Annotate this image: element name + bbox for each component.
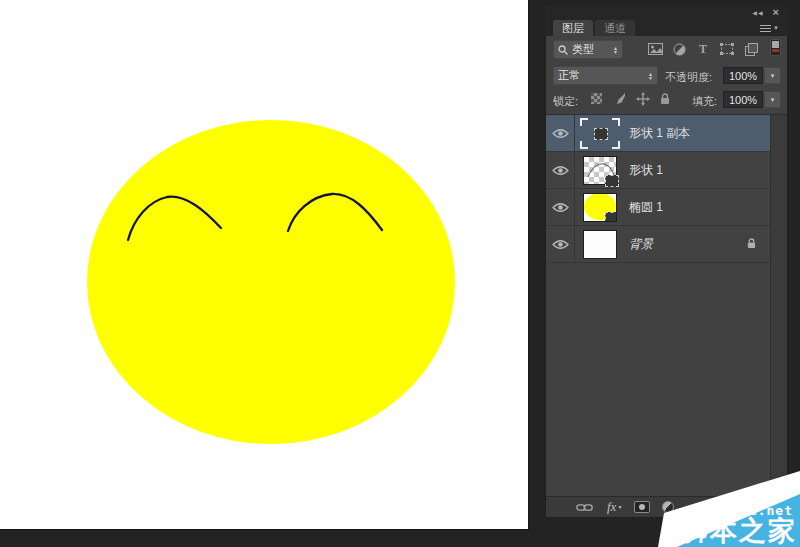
visibility-toggle[interactable] [546,226,575,262]
eye-icon [552,202,569,213]
filter-type-layers-button[interactable]: T [694,41,712,57]
document-canvas[interactable] [0,0,529,530]
layer-filter-toggle[interactable] [770,39,781,56]
shape-layer-badge-icon [605,212,617,222]
layer-thumbnail[interactable] [575,156,625,185]
background-thumbnail [583,230,617,259]
move-arrows-icon [636,92,650,106]
layers-scrollbar-gutter [770,115,787,496]
search-icon [558,45,568,55]
layer-row-shape1-copy[interactable]: 形状 1 副本 [546,115,770,152]
eye-icon [552,239,569,250]
opacity-label: 不透明度: [665,70,712,85]
dock-header: ◀◀ × [545,6,788,18]
close-panel-icon[interactable]: × [773,7,779,17]
selected-shape-thumbnail [580,118,620,149]
updown-arrows-icon: ▲▼ [648,72,653,80]
layer-name[interactable]: 椭圆 1 [625,199,663,216]
fx-caret-icon: ▼ [617,505,622,510]
blend-mode-dropdown[interactable]: 正常 ▲▼ [553,66,658,85]
visibility-toggle[interactable] [546,189,575,225]
updown-arrows-icon: ▲▼ [613,46,618,54]
background-lock-icon [747,235,756,253]
shape-layer-badge-icon [594,128,608,140]
menu-lines-icon [760,25,771,32]
layer-thumbnail[interactable] [575,118,625,149]
panel-tab-bar: 图层 通道 ▼ [545,18,788,36]
layer-row-shape1[interactable]: 形状 1 [546,152,770,189]
fill-label: 填充: [692,94,717,109]
adjustment-layer-icon [673,43,686,56]
lock-transparency-icon [591,93,602,104]
layer-thumbnail[interactable] [575,230,625,259]
menu-caret-icon: ▼ [773,25,779,31]
lock-pixels-button[interactable] [611,91,628,106]
lock-transparency-button[interactable] [588,91,605,106]
layer-name[interactable]: 形状 1 副本 [625,125,690,142]
layer-style-button[interactable]: fx▼ [607,499,622,515]
visibility-toggle[interactable] [546,115,575,151]
link-icon [576,503,593,512]
photoshop-window: ◀◀ × 图层 通道 ▼ 类型 ▲▼ [0,0,800,547]
blend-mode-value: 正常 [558,68,642,83]
pixel-layer-icon [648,43,663,55]
filter-type-label: 类型 [572,42,607,57]
layer-row-background[interactable]: 背景 [546,226,770,263]
layer-thumbnail[interactable] [575,193,625,222]
filter-adjustment-layers-button[interactable] [670,41,688,57]
layer-name[interactable]: 形状 1 [625,162,663,179]
filter-shape-layers-button[interactable] [718,41,736,57]
panel-menu-icon[interactable]: ▼ [760,22,782,34]
layers-panel-dock: ◀◀ × 图层 通道 ▼ 类型 ▲▼ [545,6,788,518]
eye-icon [552,128,569,139]
lock-all-button[interactable] [656,91,673,106]
tab-layers[interactable]: 图层 [553,20,593,36]
brush-icon [613,92,626,105]
eye-icon [552,165,569,176]
ellipse-thumbnail [583,193,617,222]
opacity-value-field[interactable]: 100% [723,67,763,84]
layers-list: 形状 1 副本 [546,115,770,263]
filter-smart-objects-button[interactable] [742,41,760,57]
opacity-dropdown-button[interactable]: ▼ [764,67,781,84]
link-layers-button[interactable] [576,503,593,512]
toggle-knob [772,41,779,48]
smiley-artwork [0,0,529,529]
shape-layer-badge-icon [605,175,619,187]
layer-name[interactable]: 背景 [625,236,653,253]
toggle-red-indicator [772,49,779,52]
layer-row-ellipse1[interactable]: 椭圆 1 [546,189,770,226]
add-layer-mask-button[interactable] [634,501,650,513]
type-layer-icon: T [699,42,707,57]
filter-pixel-layers-button[interactable] [646,41,664,57]
watermark-brand-text: 脚本之家 [681,516,797,546]
tab-channels[interactable]: 通道 [595,20,635,36]
face-ellipse [87,120,455,444]
transparent-shape-thumbnail [583,156,617,185]
padlock-icon [660,93,670,105]
shape-layer-icon [720,43,734,55]
filter-type-dropdown[interactable]: 类型 ▲▼ [553,40,623,59]
fx-icon: fx [607,499,616,515]
lock-position-button[interactable] [634,91,651,106]
lock-label: 锁定: [553,94,578,109]
visibility-toggle[interactable] [546,152,575,188]
fill-dropdown-button[interactable]: ▼ [764,91,781,108]
fill-value-field[interactable]: 100% [723,91,763,108]
smart-object-icon [745,43,758,56]
layers-panel-body: 类型 ▲▼ T [545,36,788,518]
collapse-panel-icon[interactable]: ◀◀ [752,9,763,16]
